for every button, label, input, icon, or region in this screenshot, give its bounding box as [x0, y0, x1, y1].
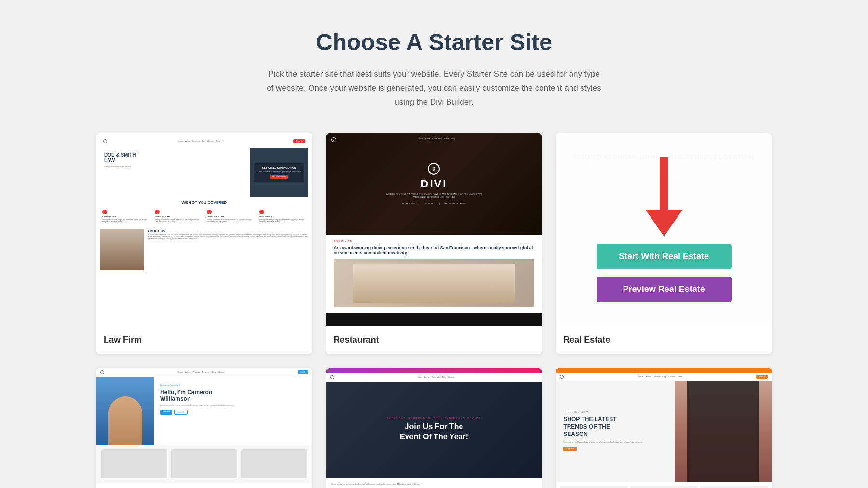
- card-personal[interactable]: HomeAboutProjectsResumeBlogContact Hire …: [96, 368, 312, 488]
- arrow-indicator: [646, 157, 682, 237]
- page-container: Choose A Starter Site Pick the starter s…: [0, 0, 868, 488]
- card-event[interactable]: HomeAboutScheduleBlogContact SATURDAY, S…: [326, 368, 542, 488]
- card-preview-personal: HomeAboutProjectsResumeBlogContact Hire …: [96, 368, 312, 488]
- bottom-cards-grid: HomeAboutProjectsResumeBlogContact Hire …: [96, 368, 772, 488]
- top-cards-grid: Home About Services Blog Contact Shop ▾ …: [96, 133, 772, 354]
- card-preview-shop: HomeAboutProductBlogContactShop Shop Now…: [556, 368, 772, 488]
- card-shop[interactable]: HomeAboutProductBlogContactShop Shop Now…: [556, 368, 772, 488]
- card-preview-law-firm: Home About Services Blog Contact Shop ▾ …: [96, 133, 312, 326]
- lf-section-title: WE GOT YOU COVERED: [100, 200, 308, 205]
- card-label-real-estate: Real Estate: [556, 326, 772, 354]
- page-title: Choose A Starter Site: [96, 29, 772, 55]
- card-preview-restaurant: D HomeFoodRestaurantMenuBlog D DIVI IMME…: [326, 133, 542, 326]
- start-real-estate-button[interactable]: Start With Real Estate: [597, 244, 732, 269]
- card-preview-event: HomeAboutScheduleBlogContact SATURDAY, S…: [326, 368, 542, 488]
- card-label-law-firm: Law Firm: [96, 326, 312, 354]
- card-label-restaurant: Restaurant: [326, 326, 542, 354]
- card-overlay-real-estate: Start With Real Estate Preview Real Esta…: [556, 133, 772, 326]
- card-preview-real-estate: FIND YOUR DREAM HOME IN THE PERFECT LOCA…: [556, 133, 772, 326]
- card-real-estate[interactable]: FIND YOUR DREAM HOME IN THE PERFECT LOCA…: [556, 133, 772, 354]
- card-law-firm[interactable]: Home About Services Blog Contact Shop ▾ …: [96, 133, 312, 354]
- page-subtitle: Pick the starter site that best suits yo…: [265, 67, 603, 109]
- lf-contact-btn: Contact Us: [293, 139, 305, 143]
- header-section: Choose A Starter Site Pick the starter s…: [96, 29, 772, 109]
- card-restaurant[interactable]: D HomeFoodRestaurantMenuBlog D DIVI IMME…: [326, 133, 542, 354]
- preview-real-estate-button[interactable]: Preview Real Estate: [597, 277, 732, 302]
